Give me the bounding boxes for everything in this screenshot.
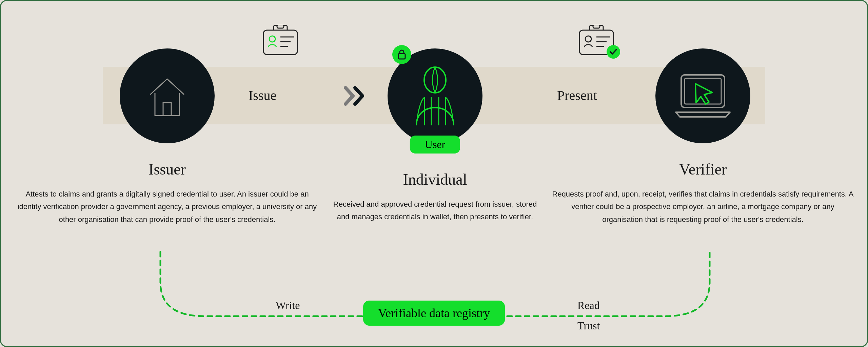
individual-title: Individual (403, 170, 467, 188)
individual-circle: User (388, 48, 482, 143)
verifier-circle (655, 48, 750, 143)
read-label: Read (577, 299, 600, 312)
issuer-title: Issuer (149, 160, 186, 178)
issuer-description: Attests to claims and grants a digitally… (15, 188, 320, 226)
laptop-cursor-icon (669, 69, 737, 123)
issuer-node: Issuer Attests to claims and grants a di… (15, 48, 320, 226)
trust-label: Trust (577, 320, 600, 332)
svg-point-17 (424, 67, 446, 93)
svg-rect-16 (398, 54, 405, 59)
individual-description: Received and approved credential request… (330, 198, 540, 223)
verifier-description: Requests proof and, upon, receipt, verif… (550, 188, 855, 226)
registry-chip: Verifiable data registry (363, 301, 505, 326)
person-icon (406, 64, 464, 128)
svg-rect-1 (277, 25, 284, 28)
svg-rect-20 (681, 75, 725, 107)
house-icon (140, 69, 194, 123)
individual-node: User Individual Received and approved cr… (282, 48, 588, 223)
verifier-node: Verifier Requests proof and, upon, recei… (550, 48, 855, 226)
user-chip: User (410, 136, 460, 154)
lock-badge-icon (392, 45, 411, 64)
issuer-circle (120, 48, 215, 143)
svg-rect-8 (593, 25, 600, 28)
svg-rect-15 (163, 103, 171, 116)
write-label: Write (276, 299, 300, 312)
verifier-title: Verifier (679, 160, 727, 178)
